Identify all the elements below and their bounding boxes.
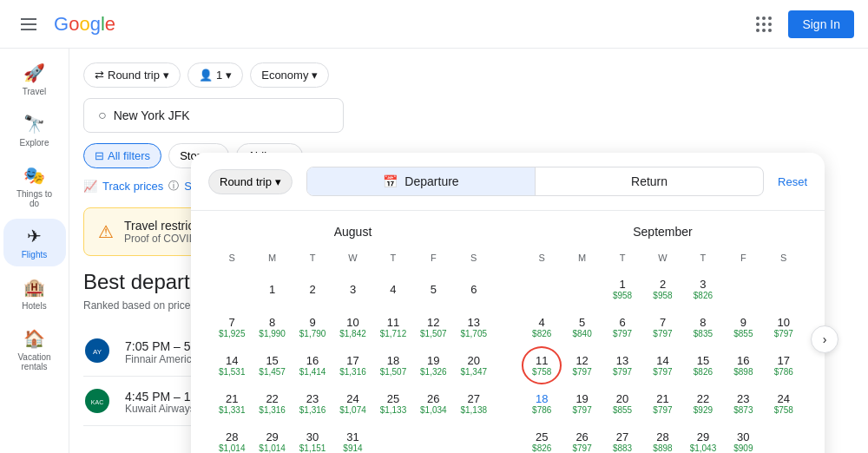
cal-day[interactable]: 13$797 [602,346,642,384]
chevron-down-icon: ▾ [312,69,318,82]
cal-day[interactable]: 4 [373,270,413,308]
sidebar-item-label: Things to do [14,189,56,208]
sidebar-item-hotels[interactable]: 🏨 Hotels [3,270,66,318]
sidebar-item-vacation[interactable]: 🏠 Vacation rentals [3,321,66,378]
next-month-arrow[interactable]: › [811,325,838,353]
cal-day[interactable]: 6$797 [602,308,642,346]
cal-day[interactable]: 8$1,990 [252,308,292,346]
cal-day[interactable]: 27$1,138 [454,384,494,423]
cabin-class-button[interactable]: Economy ▾ [250,62,329,88]
apps-icon[interactable] [746,7,781,42]
cal-day[interactable]: 8$835 [683,308,723,346]
cal-day[interactable]: 13$1,705 [454,308,494,346]
cal-day[interactable]: 21$797 [642,384,682,423]
cal-day[interactable]: 3 [332,270,372,308]
calendar-header: Round trip ▾ 📅 Departure Return Reset [191,153,825,211]
sidebar-item-explore[interactable]: 🔭 Explore [3,107,66,154]
cal-day[interactable]: 30$1,151 [293,423,332,453]
cal-day[interactable]: 15$826 [683,346,723,384]
cal-day[interactable]: 26$797 [562,423,602,453]
cal-day[interactable]: 1$958 [602,270,642,308]
reset-button[interactable]: Reset [778,175,807,188]
cal-day-sep18[interactable]: 18$786 [522,384,562,423]
cal-day[interactable]: 30$909 [723,423,763,453]
cal-day[interactable]: 21$1,331 [212,384,252,423]
cal-day[interactable]: 29$1,043 [683,423,723,453]
passengers-button[interactable]: 👤 1 ▾ [187,62,243,88]
cal-day[interactable]: 14$797 [642,346,682,384]
cal-day[interactable]: 5 [413,270,453,308]
sidebar-item-label: Travel [23,87,46,96]
cal-day[interactable]: 12$797 [562,346,602,384]
september-title: September [522,225,804,239]
sidebar-item-flights[interactable]: ✈ Flights [3,219,66,266]
cal-day[interactable]: 4$826 [522,308,562,346]
cal-day[interactable]: 9$855 [723,308,763,346]
airline-logo: AY [83,337,111,364]
cal-day[interactable]: 10$797 [764,308,804,346]
vacation-icon: 🏠 [23,328,45,349]
cal-day[interactable]: 16$898 [723,346,763,384]
swap-icon: ⇄ [95,69,104,82]
cal-day[interactable]: 9$1,790 [293,308,332,346]
sidebar-item-travel[interactable]: 🚀 Travel [3,56,66,103]
cal-day[interactable]: 3$826 [683,270,723,308]
cal-day[interactable]: 19$1,326 [413,346,453,384]
sidebar-item-things-to-do[interactable]: 🎭 Things to do [3,158,66,215]
airline-logo: KAC [83,387,111,415]
cal-day[interactable]: 5$840 [562,308,602,346]
cal-day[interactable]: 7$797 [642,308,682,346]
cal-day[interactable]: 22$1,316 [252,384,292,423]
cal-day[interactable]: 16$1,414 [293,346,332,384]
cal-day[interactable]: 24$1,074 [332,384,372,423]
cal-day[interactable]: 7$1,925 [212,308,252,346]
cal-day[interactable]: 18$1,507 [373,346,413,384]
info-icon: ⓘ [168,179,179,194]
cal-day[interactable]: 10$1,842 [332,308,372,346]
cal-day[interactable]: 27$883 [602,423,642,453]
cal-day[interactable]: 22$929 [683,384,723,423]
cal-day[interactable]: 26$1,034 [413,384,453,423]
search-field[interactable]: ○ New York JFK [83,98,344,133]
cal-day[interactable]: 31$914 [332,423,372,453]
sidebar-item-label: Vacation rentals [14,352,56,371]
cal-day[interactable]: 2$958 [642,270,682,308]
cal-day[interactable]: 12$1,507 [413,308,453,346]
cal-day-empty [764,270,804,308]
cal-day[interactable]: 15$1,457 [252,346,292,384]
cal-day-empty [212,270,252,308]
september-calendar: September S M T W T F S 1$958 2$958 [522,225,804,453]
cal-day[interactable]: 24$758 [764,384,804,423]
cal-day[interactable]: 11$1,712 [373,308,413,346]
calendar-overlay: Round trip ▾ 📅 Departure Return Reset [191,153,825,453]
cal-day[interactable]: 14$1,531 [212,346,252,384]
sign-in-button[interactable]: Sign In [788,10,854,38]
cal-day[interactable]: 29$1,014 [252,423,292,453]
cal-day[interactable]: 19$797 [562,384,602,423]
departure-button[interactable]: 📅 Departure [307,167,535,195]
menu-icon[interactable] [14,11,43,37]
cal-day[interactable]: 28$1,014 [212,423,252,453]
cal-day[interactable]: 20$1,347 [454,346,494,384]
cal-day[interactable]: 28$898 [642,423,682,453]
sidebar-item-label: Explore [20,138,49,148]
cal-day-sep11[interactable]: 11$758 [522,346,562,384]
cal-day[interactable]: 17$786 [764,346,804,384]
cal-day[interactable]: 23$1,316 [293,384,332,423]
cal-day[interactable]: 6 [454,270,494,308]
cal-day[interactable]: 1 [252,270,292,308]
all-filters-button[interactable]: ⊟ All filters [83,143,161,168]
return-button[interactable]: Return [536,167,763,195]
cal-day[interactable]: 20$855 [602,384,642,423]
cal-day[interactable]: 2 [293,270,332,308]
svg-text:KAC: KAC [91,399,103,405]
cal-day[interactable]: 23$873 [723,384,763,423]
round-trip-selector[interactable]: Round trip ▾ [208,169,293,194]
cal-day[interactable]: 17$1,316 [332,346,372,384]
cal-day[interactable]: 25$1,133 [373,384,413,423]
main-layout: 🚀 Travel 🔭 Explore 🎭 Things to do ✈ Flig… [0,49,868,453]
cal-day[interactable]: 25$826 [522,423,562,453]
cal-day-empty [373,423,413,453]
trip-type-button[interactable]: ⇄ Round trip ▾ [83,62,181,88]
chevron-down-icon: ▾ [226,69,232,82]
